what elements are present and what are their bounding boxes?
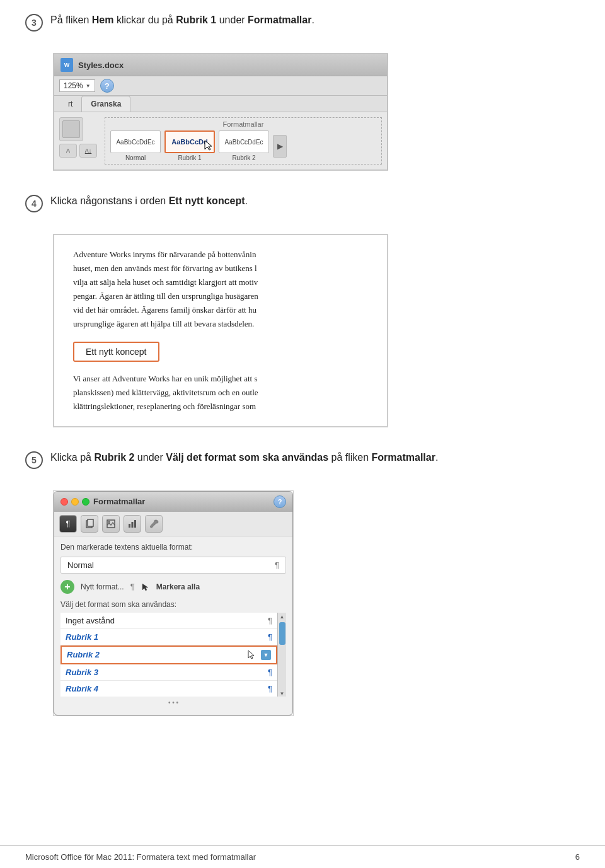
style-item-rubrik1[interactable]: Rubrik 1 ¶ [60, 629, 277, 645]
step-4-row: 4 Klicka någonstans i orden Ett nytt kon… [25, 194, 580, 212]
scroll-up-arrow[interactable]: ▲ [280, 614, 285, 620]
panel-dots: • • • [60, 697, 286, 709]
ribbon-screenshot: W Styles.docx 125% ▼ ? rt Granska [54, 54, 388, 170]
chart-icon [127, 519, 137, 529]
markera-alla-link[interactable]: Markera alla [156, 582, 200, 591]
doc-heading-box: Ett nytt koncept [73, 342, 159, 362]
svg-rect-6 [132, 522, 134, 528]
panel-screenshot-container: Formatmallar ? ¶ [53, 490, 294, 716]
scroll-thumb [279, 622, 285, 645]
new-format-link[interactable]: Nytt format... [81, 582, 124, 591]
style-right-rubrik2: ▼ [247, 650, 271, 660]
current-format-name: Normal [67, 560, 94, 570]
panel-actions: + Nytt format... ¶ Markera alla [60, 580, 286, 594]
doc-heading-text: Ett nytt koncept [86, 347, 147, 357]
maximize-button[interactable] [82, 498, 89, 506]
copy-icon [84, 519, 95, 529]
style-item-inget-avstand[interactable]: Inget avstånd ¶ [60, 613, 277, 629]
style-item-rubrik4[interactable]: Rubrik 4 ¶ [60, 681, 277, 697]
style-preview-rubrik2: AaBbCcDdEc [219, 130, 269, 153]
close-button[interactable] [60, 498, 68, 506]
step-4-bold: Ett nytt koncept [169, 195, 245, 206]
style-right-inget: ¶ [268, 616, 272, 625]
step-4-number: 4 [25, 195, 43, 212]
cursor-action-icon [141, 582, 150, 591]
formatmallar-panel: Formatmallar ? ¶ [54, 491, 293, 715]
style-item-rubrik1[interactable]: AaBbCcDd Rubrik 1 [164, 130, 215, 161]
image-icon [106, 519, 116, 529]
actions-pilcrow: ¶ [130, 582, 135, 591]
toolbar-btn-5[interactable] [145, 515, 163, 533]
style-item-rubrik2[interactable]: AaBbCcDdEc Rubrik 2 [219, 130, 269, 161]
panel-help-icon: ? [278, 498, 282, 506]
scroll-down-arrow[interactable]: ▼ [280, 691, 285, 697]
step-3-bold-hem: Hem [92, 14, 114, 25]
pilcrow-rubrik3: ¶ [268, 668, 272, 677]
style-item-rubrik3[interactable]: Rubrik 3 ¶ [60, 664, 277, 681]
svg-rect-5 [129, 524, 130, 528]
rubrik1-preview-text: AaBbCcDd [171, 138, 207, 146]
style-item-rubrik2[interactable]: Rubrik 2 ▼ [60, 645, 277, 664]
normal-preview-text: AaBbCcDdEc [116, 139, 154, 146]
pilcrow-rubrik4: ¶ [268, 684, 272, 693]
doc-screenshot-container: Adventure Works inryms för närvarande på… [53, 234, 388, 427]
pilcrow-inget: ¶ [268, 616, 272, 625]
step-5-text: Klicka på Rubrik 2 under Välj det format… [50, 450, 438, 465]
toolbar-btn-3[interactable] [102, 515, 120, 533]
style-name-inget-avstand: Inget avstånd [66, 616, 115, 625]
style-btn-bottom-left[interactable]: A [59, 144, 77, 158]
svg-rect-2 [88, 519, 93, 526]
ribbon-screenshot-container: W Styles.docx 125% ▼ ? rt Granska [53, 53, 388, 171]
panel-title-text: Formatmallar [93, 497, 145, 506]
dropdown-arrow-rubrik2[interactable]: ▼ [261, 650, 271, 660]
doc-body-text-2: Vi anser att Adventure Works har en unik… [73, 372, 368, 414]
zoom-value: 125% [64, 81, 83, 90]
style-item-normal[interactable]: AaBbCcDdEc Normal [110, 130, 161, 161]
cursor-icon [204, 139, 212, 151]
style-btn-top[interactable] [59, 117, 83, 141]
style-btn-bottom-right[interactable]: A↓ [79, 144, 97, 158]
toolbar-btn-4[interactable] [124, 515, 141, 533]
file-icon: W [60, 58, 73, 72]
step-3-text: På fliken Hem klickar du på Rubrik 1 und… [50, 13, 314, 28]
svg-rect-7 [134, 520, 136, 528]
add-format-button[interactable]: + [60, 580, 74, 594]
scrollbar[interactable]: ▲ ▼ [277, 613, 286, 697]
ribbon-toolbar: 125% ▼ ? [54, 76, 387, 96]
formatmallar-section: Formatmallar AaBbCcDdEc Normal Aa [105, 117, 382, 165]
step-5-number: 5 [25, 451, 43, 469]
toolbar-btn-2[interactable] [81, 515, 98, 533]
svg-marker-8 [142, 584, 148, 591]
rubrik2-preview-text: AaBbCcDdEc [224, 139, 263, 146]
help-icon: ? [105, 81, 110, 91]
style-right-rubrik1: ¶ [268, 632, 272, 642]
tab-rt[interactable]: rt [59, 96, 81, 112]
minimize-button[interactable] [71, 498, 79, 506]
footer-text: Microsoft Office för Mac 2011: Formatera… [25, 852, 256, 862]
step-3-number: 3 [25, 14, 43, 32]
step-4-text: Klicka någonstans i orden Ett nytt konce… [50, 194, 248, 209]
step-5-bold-formatmallar: Formatmallar [372, 452, 435, 463]
rubrik2-label: Rubrik 2 [232, 154, 255, 161]
step-5-row: 5 Klicka på Rubrik 2 under Välj det form… [25, 450, 580, 469]
tab-granska[interactable]: Granska [81, 96, 130, 112]
more-styles-button[interactable]: ▶ [273, 135, 287, 158]
doc-body-text-1: Adventure Works inryms för närvarande på… [73, 248, 368, 332]
section-label: Formatmallar [110, 120, 376, 128]
zoom-box[interactable]: 125% ▼ [59, 79, 95, 92]
style-right-rubrik3: ¶ [268, 668, 272, 677]
panel-help-button[interactable]: ? [274, 495, 286, 508]
help-button[interactable]: ? [100, 79, 114, 93]
panel-body: Den markerade textens aktuella format: N… [54, 536, 292, 715]
svg-marker-0 [205, 141, 212, 150]
normal-label: Normal [125, 154, 146, 161]
svg-point-4 [108, 521, 110, 523]
page-number: 6 [575, 852, 580, 862]
current-format-label: Den markerade textens aktuella format: [60, 543, 286, 552]
toolbar-btn-1[interactable]: ¶ [59, 515, 77, 533]
wrench-icon [149, 519, 159, 529]
ribbon-body: A A↓ Formatmallar [54, 112, 387, 170]
pilcrow-rubrik1: ¶ [268, 632, 272, 642]
ribbon-left-controls: A A↓ [59, 117, 97, 158]
step-3-bold-rubrik1: Rubrik 1 [176, 14, 216, 25]
